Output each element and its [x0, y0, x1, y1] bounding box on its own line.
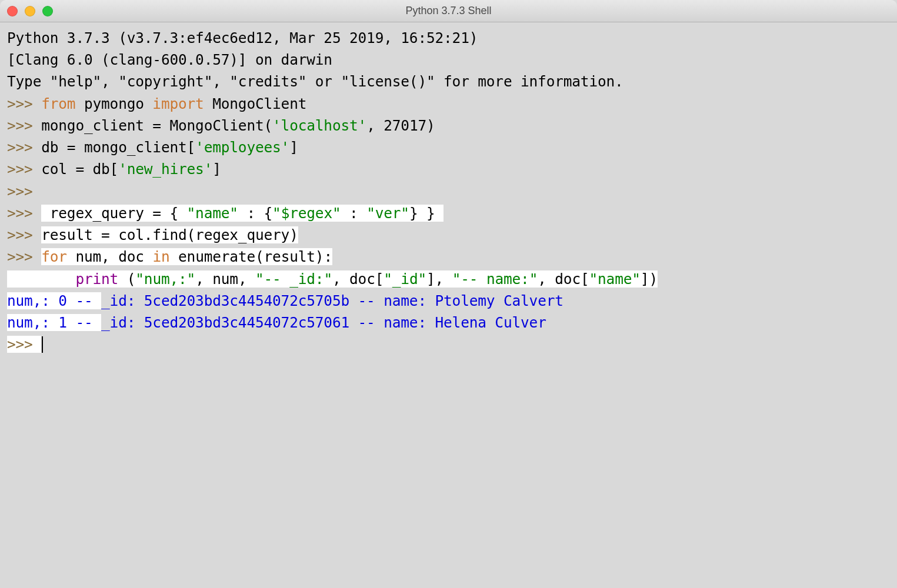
- shell-content[interactable]: Python 3.7.3 (v3.7.3:ef4ec6ed12, Mar 25 …: [0, 22, 897, 588]
- builtin-print: print: [75, 270, 118, 288]
- output-line: num,: 0 -- _id: 5ced203bd3c4454072c5705b…: [7, 292, 563, 309]
- code-text: : {: [238, 205, 272, 222]
- cursor-icon: [42, 336, 43, 353]
- banner-line: Type "help", "copyright", "credits" or "…: [7, 73, 623, 90]
- code-text: :: [341, 205, 366, 222]
- code-text: (: [118, 270, 135, 288]
- code-text: , num,: [195, 270, 255, 288]
- output-line: num,: 1 -- _id: 5ced203bd3c4454072c57061…: [7, 314, 546, 331]
- prompt: >>>: [7, 139, 41, 156]
- zoom-icon[interactable]: [42, 6, 53, 16]
- prompt: >>>: [7, 248, 41, 265]
- window-title: Python 3.7.3 Shell: [405, 5, 491, 17]
- idle-shell-window: Python 3.7.3 Shell Python 3.7.3 (v3.7.3:…: [0, 0, 897, 588]
- code-text: MongoClient: [204, 95, 307, 112]
- output-segment: num,: 0 --: [7, 292, 101, 309]
- highlighted-code: print ("num,:", num, "-- _id:", doc["_id…: [7, 270, 658, 288]
- output-segment: _id: 5ced203bd3c4454072c57061 -- name: H…: [101, 314, 546, 331]
- prompt: >>>: [7, 205, 41, 222]
- prompt: >>>: [7, 226, 41, 243]
- string-literal: "num,:": [135, 270, 195, 288]
- code-text: pymongo: [75, 95, 152, 112]
- titlebar[interactable]: Python 3.7.3 Shell: [0, 0, 897, 22]
- prompt: >>>: [7, 117, 41, 134]
- code-text: , doc[: [332, 270, 384, 288]
- code-text: enumerate(result):: [169, 248, 332, 265]
- code-text: num, doc: [67, 248, 153, 265]
- close-icon[interactable]: [7, 6, 18, 16]
- highlighted-code: regex_query = { "name" : {"$regex" : "ve…: [41, 205, 444, 222]
- string-literal: "name": [187, 205, 238, 222]
- prompt: >>>: [7, 183, 41, 200]
- output-segment: num,: 1 --: [7, 314, 101, 331]
- prompt-line: >>>: [7, 336, 41, 353]
- code-text: col = db[: [41, 161, 118, 178]
- string-literal: "-- name:": [452, 270, 538, 288]
- code-text: mongo_client = MongoClient(: [41, 117, 272, 134]
- keyword-in: in: [152, 248, 169, 265]
- prompt: >>>: [7, 95, 41, 112]
- output-segment: _id: 5ced203bd3c4454072c5705b -- name: P…: [101, 292, 563, 309]
- string-literal: "name": [589, 270, 641, 288]
- string-literal: "_id": [384, 270, 426, 288]
- keyword-import: import: [152, 95, 204, 112]
- string-literal: 'new_hires': [118, 161, 212, 178]
- code-text: , doc[: [538, 270, 589, 288]
- keyword-for: for: [41, 248, 67, 265]
- code-text: ]: [212, 161, 221, 178]
- prompt: >>>: [7, 161, 41, 178]
- code-text: ]): [641, 270, 658, 288]
- string-literal: "-- _id:": [255, 270, 332, 288]
- indent: [7, 270, 75, 288]
- code-text: ]: [289, 139, 298, 156]
- window-controls: [7, 6, 53, 16]
- minimize-icon[interactable]: [25, 6, 35, 16]
- string-literal: "ver": [366, 205, 409, 222]
- code-text: ],: [426, 270, 452, 288]
- keyword-from: from: [41, 95, 75, 112]
- string-literal: 'localhost': [272, 117, 366, 134]
- string-literal: 'employees': [195, 139, 289, 156]
- code-text: , 27017): [366, 117, 435, 134]
- banner-line: Python 3.7.3 (v3.7.3:ef4ec6ed12, Mar 25 …: [7, 29, 486, 46]
- code-text: db = mongo_client[: [41, 139, 195, 156]
- banner-line: [Clang 6.0 (clang-600.0.57)] on darwin: [7, 51, 332, 68]
- code-text: regex_query = {: [41, 205, 186, 222]
- highlighted-code: for num, doc in enumerate(result):: [41, 248, 332, 265]
- code-text: } }: [409, 205, 444, 222]
- prompt: >>>: [7, 336, 41, 353]
- highlighted-code: result = col.find(regex_query): [41, 226, 298, 243]
- string-literal: "$regex": [272, 205, 341, 222]
